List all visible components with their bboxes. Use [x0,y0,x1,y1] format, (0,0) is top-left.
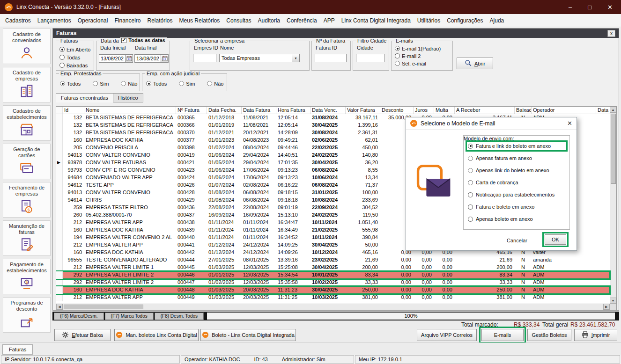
modal-option-carta-de-cobranca[interactable]: Carta de cobrança [466,178,567,187]
cidade-input[interactable] [356,54,385,62]
modal-close-icon[interactable]: ✕ [559,120,572,127]
menu-item-lancamentos[interactable]: Lançamentos [34,15,74,26]
radio-nao[interactable]: Não [207,80,223,87]
scroll-up-icon[interactable]: ▲ [610,107,616,113]
menu-item-financeiro[interactable]: Financeiro [111,15,144,26]
menu-item-ajuda[interactable]: Ajuda [487,15,508,26]
radio-em-aberto[interactable]: Em Aberto [59,46,90,53]
tab-faturas-encontradas[interactable]: Faturas encontradas [56,93,113,102]
arquivo-vipp-button[interactable]: Arquivo VIPP Correios [417,329,477,341]
boleto-integrada-button[interactable]: Boleto - Linx Conta Digital Integrada [200,329,296,341]
modal-option-apenas-fatura-em-anexo[interactable]: Apenas fatura em anexo [466,153,567,163]
scroll-right-icon[interactable]: ▶ [603,304,610,310]
abrir-button[interactable]: Abrir [457,58,493,69]
empresa-nome-select[interactable]: Todas Empresas ▼ [219,54,300,62]
radio-nao[interactable]: Não [121,80,137,87]
panel-close-button[interactable]: x [607,30,615,37]
table-row[interactable]: 212EMPRESA VALTER LIMITE 100044501/03/20… [56,264,610,271]
horizontal-scrollbar[interactable]: ◀ ▶ [56,304,610,310]
modal-option-notificacao-para-estabelecimentos[interactable]: Notificação para estabelecimentos [466,190,567,199]
menu-item-app[interactable]: APP [320,15,338,26]
radio-todas[interactable]: Todas [59,54,90,61]
data-final-input[interactable] [134,54,161,63]
todas-as-datas-checkbox[interactable]: Todas as datas [120,37,167,43]
sidebar-item-cadastro-de-estabelecimentos[interactable]: Cadastro de estabelecimentos [3,105,51,141]
column-header-a-receber[interactable]: A Receber [455,107,515,114]
gestao-boletos-button[interactable]: Gestão Boletos [527,329,571,341]
menu-item-operacional[interactable]: Operacional [74,15,111,26]
column-header-valor-fatura[interactable]: Valor Fatura [346,107,380,114]
column-header-baixada[interactable]: Baixada [515,107,532,114]
menu-item-cadastros[interactable]: Cadastros [2,15,34,26]
column-header-data[interactable]: Data [596,107,610,114]
column-header-data-fatura[interactable]: Data Fatura [242,107,276,114]
modal-option-apenas-boleto-em-anexo[interactable]: Apenas boleto em anexo [466,214,567,224]
column-header-hora-fatura[interactable]: Hora Fatura [276,107,310,114]
radio-baixadas[interactable]: Baixadas [59,62,90,69]
column-header-data-fecha[interactable]: Data Fecha. [207,107,242,114]
minimize-button[interactable]: – [569,4,572,11]
sidebar-item-programas-de-desconto[interactable]: Programas de desconto [3,297,51,333]
menu-item-utilitarios[interactable]: Utilitários [414,15,444,26]
emails-button[interactable]: E-mails [481,329,524,341]
table-row[interactable]: 96555TESTE CONVENIADO ALTERADO00044427/0… [56,256,610,264]
table-row[interactable]: 292EMPRESA VALTER LIMITE 200044601/01/20… [56,271,610,279]
horizontal-scroll-thumb[interactable] [64,305,143,309]
radio-sim[interactable]: Sim [179,80,195,87]
table-row[interactable]: 212EMPRESA VALTER APP00044901/03/202520/… [56,294,610,301]
menu-item-consultas[interactable]: Consultas [223,15,254,26]
bottom-tab-faturas[interactable]: Faturas [2,344,33,355]
fkey-button-f6-marca-desm[interactable]: (F6) Marca/Desm. [54,313,104,320]
column-header-juros[interactable]: Juros [414,107,434,114]
modal-option-apenas-link-do-boleto-em-anexo[interactable]: Apenas link do boleto em anexo [466,166,567,175]
column-header-operador[interactable]: Operador [532,107,596,114]
sidebar-item-cadastro-de-empresas[interactable]: Cadastro de empresas [3,67,51,102]
empres-id-input[interactable] [193,54,216,62]
fatura-id-input[interactable] [315,54,347,62]
radio-sim[interactable]: Sim [93,80,109,87]
data-inicial-input[interactable] [99,54,126,63]
sidebar-item-fechamento-de-empresas[interactable]: Fechamento de empresas$ [3,182,51,218]
sidebar-item-geracao-de-cartoes[interactable]: Geração de cartões [3,144,51,179]
fkey-button-f8-desm-todos[interactable]: (F8) Desm. Todos [155,313,204,320]
column-header-id[interactable]: Id [63,107,84,114]
radio-e-mail-2[interactable]: E-mail 2 [395,52,441,59]
man-boletos-button[interactable]: Man. boletos Linx Conta Digital [114,329,199,341]
fkey-button-f7-marca-todos[interactable]: (F7) Marca Todos [105,313,154,320]
table-row[interactable]: 292EMPRESA VALTER LIMITE 200044701/02/20… [56,279,610,286]
column-header-multa[interactable]: Multa [434,107,455,114]
modal-option-fatura-e-link-do-boleto-em-anexo[interactable]: Fatura e link do boleto em anexo [466,141,567,151]
vertical-scroll-thumb[interactable] [611,114,616,184]
scroll-left-icon[interactable]: ◀ [56,304,63,310]
radio-todos[interactable]: Todos [60,80,81,87]
imprimir-button[interactable]: Imprimir [574,329,617,341]
sidebar-item-pagamento-de-estabelecimentos[interactable]: Pagamento de estabelecimentos$ [3,259,51,294]
menu-item-auditoria[interactable]: Auditoria [255,15,283,26]
column-header-desconto[interactable]: Desconto [380,107,414,114]
maximize-button[interactable]: □ [588,4,591,11]
sidebar-item-cadastro-de-conveniados[interactable]: Cadastro de conveniados [3,29,51,64]
modal-option-fatura-e-boleto-em-anexo[interactable]: Fatura e boleto em anexo [466,202,567,211]
sidebar-item-manutencao-de-faturas[interactable]: Manutenção de faturas [3,220,51,256]
radio-todos[interactable]: Todos [146,80,167,87]
efetuar-baixa-button[interactable]: Efetuar Baixa [54,329,111,341]
scroll-down-icon[interactable]: ▼ [610,298,616,304]
vertical-scrollbar[interactable]: ▲ ▼ [610,107,616,304]
menu-item-relatorios[interactable]: Relatórios [144,15,176,26]
radio-sel-e-mail[interactable]: Sel. e-mail [395,60,441,67]
data-final-calendar-icon[interactable] [161,54,169,63]
column-header-data-venc[interactable]: Data Venc. [310,107,346,114]
menu-item-configuracoes[interactable]: Configurações [444,15,486,26]
data-inicial-calendar-icon[interactable] [125,54,133,63]
radio-e-mail-1-padrao[interactable]: E-mail 1(Padrão) [395,45,441,52]
ok-button[interactable]: OK [545,234,566,245]
tab-historico[interactable]: Histórico [113,93,143,102]
table-row[interactable]: 160EMPRESA DOC KATHIA00044801/03/202520/… [56,286,610,294]
menu-item-conferencia[interactable]: Conferência [283,15,320,26]
column-header-nome[interactable]: Nome [84,107,176,114]
close-button[interactable]: ✕ [607,4,613,11]
menu-item-linx-conta-digital-integrada[interactable]: Linx Conta Digital Integrada [338,15,414,26]
menu-item-meus-relatorios[interactable]: Meus Relatórios [176,15,223,26]
cancel-button[interactable]: Cancelar [501,236,533,245]
column-header-n-fatura[interactable]: Nº Fatura [176,107,207,114]
